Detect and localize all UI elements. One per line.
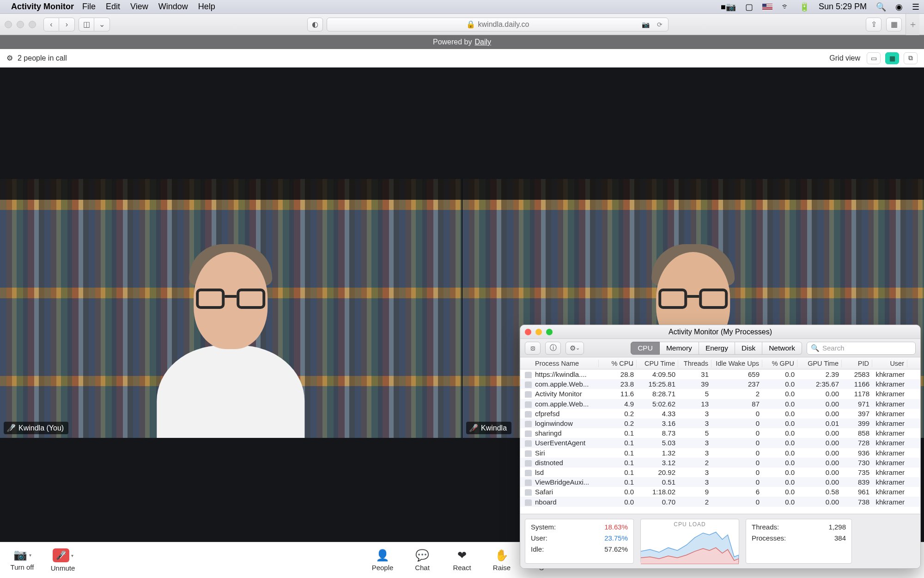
menu-window[interactable]: Window xyxy=(158,2,188,12)
table-row[interactable]: Activity Monitor11.68:28.71520.00.001178… xyxy=(520,389,920,399)
siri-icon[interactable]: ◉ xyxy=(895,2,903,12)
col-user[interactable]: User xyxy=(872,360,907,367)
table-row[interactable]: Siri0.11.32300.00.00936khkramer xyxy=(520,448,920,458)
sidebar-toggle-button[interactable]: ◫ xyxy=(79,18,94,31)
react-button[interactable]: ❤ React xyxy=(449,549,475,572)
process-value-cell: 0.0 xyxy=(762,498,797,506)
table-row[interactable]: cfprefsd0.24.33300.00.00397khkramer xyxy=(520,409,920,418)
tab-disk[interactable]: Disk xyxy=(735,342,762,355)
nav-back-button[interactable]: ‹ xyxy=(43,18,59,31)
menubar-clock[interactable]: Sun 5:29 PM xyxy=(819,2,867,12)
input-source-flag-icon[interactable] xyxy=(762,4,772,10)
table-row[interactable]: nboard0.00.70200.00.00738khkramer xyxy=(520,497,920,506)
menu-file[interactable]: File xyxy=(82,2,96,12)
table-row[interactable]: https://kwindla....28.84:09.50316590.02.… xyxy=(520,369,920,379)
close-icon[interactable] xyxy=(525,329,531,335)
settings-gear-icon[interactable]: ⚙ xyxy=(6,54,13,62)
process-value-cell: 728 xyxy=(842,439,872,447)
camera-status-icon[interactable]: ■📷 xyxy=(721,2,736,12)
new-tab-button[interactable]: ＋ xyxy=(906,14,919,35)
grid-view-button[interactable]: ▦ xyxy=(885,52,899,64)
process-value-cell: 0.0 xyxy=(762,370,797,378)
col-process-name[interactable]: Process Name xyxy=(520,360,599,367)
minimize-icon[interactable] xyxy=(535,329,542,335)
table-row[interactable]: loginwindow0.23.16300.00.01399khkramer xyxy=(520,418,920,428)
nav-forward-button[interactable]: › xyxy=(59,18,75,31)
process-value-cell: 0.1 xyxy=(599,478,637,486)
camera-toggle-button[interactable]: 📷▾ Turn off xyxy=(9,548,35,572)
sidebar-menu-button[interactable]: ⌄ xyxy=(94,18,110,31)
process-value-cell: 8:28.71 xyxy=(637,390,678,398)
table-row[interactable]: distnoted0.13.12200.00.00730khkramer xyxy=(520,458,920,467)
speaker-view-button[interactable]: ▭ xyxy=(867,52,881,64)
activity-monitor-window[interactable]: Activity Monitor (My Processes) ⦻ ⓘ ⚙ CP… xyxy=(520,325,921,569)
mic-toggle-button[interactable]: 🎤̸▾ Unmute xyxy=(50,548,76,572)
reload-icon[interactable]: ⟳ xyxy=(657,21,663,28)
safari-window-controls[interactable] xyxy=(5,21,36,28)
col-threads[interactable]: Threads xyxy=(678,360,711,367)
camera-in-use-icon[interactable]: 📷 xyxy=(642,21,650,28)
col-gpu-time[interactable]: GPU Time xyxy=(797,360,842,367)
tab-network[interactable]: Network xyxy=(762,342,802,355)
process-value-cell: 9 xyxy=(678,488,711,496)
col-pid[interactable]: PID xyxy=(842,360,872,367)
am-search-input[interactable]: 🔍 Search xyxy=(807,342,916,355)
chevron-down-icon[interactable]: ▾ xyxy=(29,553,31,558)
table-row[interactable]: sharingd0.18.73500.00.00858khkramer xyxy=(520,428,920,438)
chevron-down-icon[interactable]: ▾ xyxy=(71,553,73,558)
am-table-body[interactable]: https://kwindla....28.84:09.50316590.02.… xyxy=(520,369,920,507)
table-row[interactable]: com.apple.Web...4.95:02.6213870.00.00971… xyxy=(520,399,920,409)
airplay-icon[interactable]: ▢ xyxy=(745,2,753,12)
menu-help[interactable]: Help xyxy=(198,2,215,12)
process-value-cell: 0 xyxy=(711,498,762,506)
chat-label: Chat xyxy=(415,564,430,572)
table-row[interactable]: com.apple.Web...23.815:25.81392370.02:35… xyxy=(520,379,920,389)
menu-view[interactable]: View xyxy=(130,2,148,12)
raise-hand-button[interactable]: ✋ Raise xyxy=(489,549,515,572)
col-cpu-time[interactable]: CPU Time xyxy=(637,360,678,367)
react-label: React xyxy=(453,564,471,572)
zoom-icon[interactable] xyxy=(546,329,553,335)
share-button[interactable]: ⇪ xyxy=(866,18,881,31)
col-cpu-pct[interactable]: % CPU xyxy=(599,360,637,367)
inspect-process-button[interactable]: ⓘ xyxy=(545,342,561,355)
col-idle-wake[interactable]: Idle Wake Ups xyxy=(711,360,762,367)
notification-center-icon[interactable]: ☰ xyxy=(912,2,919,12)
table-row[interactable]: Safari0.01:18.02960.00.58961khkramer xyxy=(520,487,920,497)
menubar-app-name[interactable]: Activity Monitor xyxy=(11,2,74,12)
video-tile-self[interactable]: 🎤̸ Kwindla (You) xyxy=(0,179,462,438)
pip-button[interactable]: ⧉ xyxy=(904,52,918,64)
process-icon xyxy=(525,460,532,467)
wifi-icon[interactable]: ᯤ xyxy=(782,2,790,12)
process-value-cell: 0.0 xyxy=(762,429,797,437)
address-bar[interactable]: 🔒 kwindla.daily.co 📷 ⟳ xyxy=(327,18,669,31)
table-row[interactable]: UserEventAgent0.15.03300.00.00728khkrame… xyxy=(520,438,920,448)
tab-memory[interactable]: Memory xyxy=(660,342,699,355)
participant-name-tag: 🎤̸ Kwindla (You) xyxy=(4,422,68,434)
process-value-cell: 0.0 xyxy=(762,488,797,496)
am-table-header[interactable]: Process Name % CPU CPU Time Threads Idle… xyxy=(520,357,920,369)
powered-by-link[interactable]: Daily xyxy=(474,38,491,46)
process-icon xyxy=(525,440,532,447)
menu-edit[interactable]: Edit xyxy=(106,2,120,12)
table-row[interactable]: ViewBridgeAuxi...0.10.51300.00.00839khkr… xyxy=(520,477,920,487)
tab-energy[interactable]: Energy xyxy=(699,342,735,355)
battery-icon[interactable]: 🔋 xyxy=(799,2,809,12)
process-name-cell: Safari xyxy=(520,488,599,496)
process-value-cell: 4.9 xyxy=(599,400,637,408)
stop-process-button[interactable]: ⦻ xyxy=(525,342,541,355)
am-window-controls[interactable] xyxy=(525,329,553,335)
process-value-cell: 858 xyxy=(842,429,872,437)
show-tabs-button[interactable]: ▦ xyxy=(886,18,902,31)
process-value-cell: 0.0 xyxy=(762,380,797,388)
am-title-bar[interactable]: Activity Monitor (My Processes) xyxy=(520,325,920,339)
col-gpu-pct[interactable]: % GPU xyxy=(762,360,797,367)
am-options-button[interactable]: ⚙ xyxy=(565,342,584,355)
process-value-cell: 6 xyxy=(711,488,762,496)
table-row[interactable]: lsd0.120.92300.00.00735khkramer xyxy=(520,467,920,477)
spotlight-icon[interactable]: 🔍 xyxy=(876,2,886,12)
chat-button[interactable]: 💬 Chat xyxy=(409,549,435,572)
people-button[interactable]: 👤 People xyxy=(370,549,395,572)
reader-toggle-button[interactable]: ◐ xyxy=(307,18,323,31)
tab-cpu[interactable]: CPU xyxy=(631,342,660,355)
